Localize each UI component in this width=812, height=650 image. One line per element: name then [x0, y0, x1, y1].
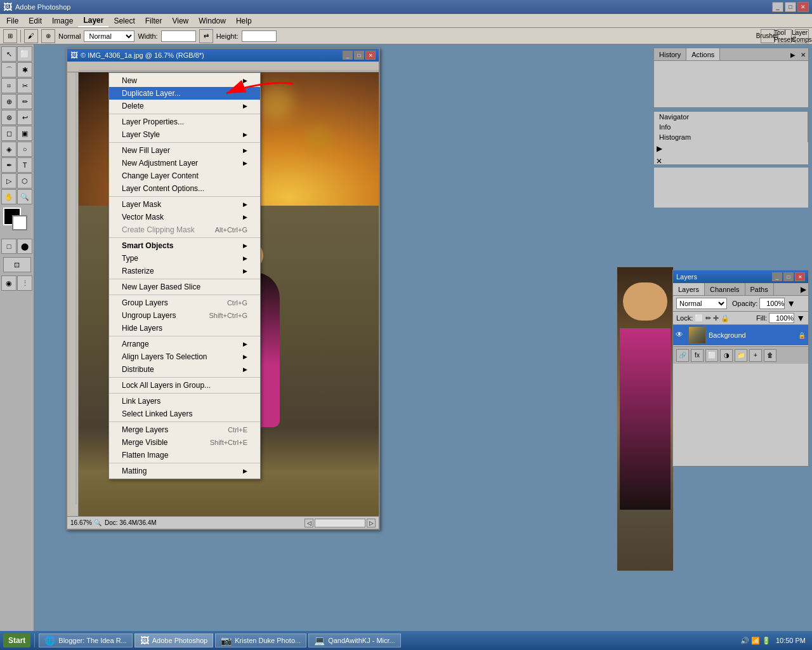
- opacity-input[interactable]: [759, 298, 785, 309]
- layer-visibility-eye[interactable]: 👁: [676, 330, 686, 340]
- background-color[interactable]: [12, 215, 27, 230]
- menu-layer-style[interactable]: Layer Style: [109, 128, 260, 141]
- menu-new-fill[interactable]: New Fill Layer: [109, 144, 260, 157]
- menu-help[interactable]: Help: [231, 14, 257, 27]
- tab-history[interactable]: History: [654, 48, 686, 60]
- menu-align-layers[interactable]: Align Layers To Selection: [109, 350, 260, 363]
- menu-ungroup-layers[interactable]: Ungroup Layers Shift+Ctrl+G: [109, 309, 260, 322]
- taskbar-photoshop[interactable]: 🖼 Adobe Photoshop: [134, 633, 213, 647]
- menu-rasterize[interactable]: Rasterize: [109, 265, 260, 277]
- layers-options-icon[interactable]: ▶: [798, 283, 808, 295]
- layers-minimize-btn[interactable]: _: [772, 272, 782, 281]
- eraser-tool[interactable]: ◻: [1, 126, 16, 141]
- layer-comps-btn[interactable]: Layer Comps: [795, 29, 809, 43]
- tool-presets-btn[interactable]: Tool Presets: [778, 29, 792, 43]
- gradient-tool[interactable]: ▣: [17, 126, 32, 141]
- extra-btn[interactable]: ⋮: [17, 275, 32, 291]
- menu-select[interactable]: Select: [108, 14, 140, 27]
- blur-tool[interactable]: ◈: [1, 142, 16, 157]
- navigator-options-btn[interactable]: ▶: [654, 142, 664, 155]
- menu-smart-objects[interactable]: Smart Objects: [109, 239, 260, 252]
- add-style-btn[interactable]: fx: [691, 349, 704, 362]
- photo-close-btn[interactable]: ✕: [365, 51, 376, 60]
- width-input[interactable]: [161, 30, 196, 42]
- marquee-tool[interactable]: ⬜: [17, 46, 32, 62]
- menu-layer[interactable]: Layer: [78, 14, 108, 27]
- layers-close-btn[interactable]: ✕: [795, 272, 805, 281]
- menu-flatten-image[interactable]: Flatten Image: [109, 449, 260, 461]
- menu-hide-layers[interactable]: Hide Layers: [109, 322, 260, 335]
- screen-mode-btn[interactable]: ⊡: [3, 257, 31, 272]
- blend-mode-select[interactable]: Normal: [676, 298, 727, 309]
- history-close-btn[interactable]: ✕: [798, 48, 808, 61]
- zoom-out-icon[interactable]: 🔍: [94, 519, 102, 526]
- dodge-tool[interactable]: ○: [17, 142, 32, 157]
- img-ready-btn[interactable]: ◉: [1, 275, 16, 291]
- link-layers-btn[interactable]: 🔗: [676, 349, 689, 362]
- crop-tool[interactable]: ⌗: [1, 78, 16, 93]
- tab-layers[interactable]: Layers: [673, 283, 705, 295]
- brushes-btn[interactable]: Brushes: [761, 29, 775, 43]
- tab-actions[interactable]: Actions: [686, 48, 720, 60]
- type-tool[interactable]: T: [17, 157, 32, 173]
- lock-position-btn[interactable]: ✛: [713, 314, 719, 322]
- menu-matting[interactable]: Matting: [109, 465, 260, 477]
- menu-lock-all[interactable]: Lock All Layers in Group...: [109, 379, 260, 392]
- menu-vector-mask[interactable]: Vector Mask: [109, 211, 260, 223]
- maximize-button[interactable]: □: [785, 2, 796, 12]
- clone-tool[interactable]: ⊗: [1, 110, 16, 125]
- menu-group-layers[interactable]: Group Layers Ctrl+G: [109, 296, 260, 309]
- tool-options-btn[interactable]: ⊞: [3, 29, 17, 43]
- close-button[interactable]: ✕: [797, 2, 809, 12]
- move-tool[interactable]: ↖: [1, 46, 16, 62]
- photo-maximize-btn[interactable]: □: [354, 51, 364, 60]
- pen-tool[interactable]: ✒: [1, 157, 16, 173]
- layer-background[interactable]: 👁 Background 🔒: [673, 325, 808, 346]
- healing-tool[interactable]: ⊕: [1, 94, 16, 109]
- fill-input[interactable]: [769, 313, 794, 323]
- taskbar-qandawith[interactable]: 💻 QandAwithKJ - Micr...: [308, 633, 401, 647]
- menu-filter[interactable]: Filter: [140, 14, 167, 27]
- add-group-btn[interactable]: 📁: [735, 349, 747, 362]
- menu-select-linked[interactable]: Select Linked Layers: [109, 408, 260, 420]
- menu-window[interactable]: Window: [193, 14, 231, 27]
- slice-tool[interactable]: ✂: [17, 78, 32, 93]
- menu-new-layer-slice[interactable]: New Layer Based Slice: [109, 281, 260, 293]
- menu-duplicate[interactable]: Duplicate Layer...: [109, 87, 260, 100]
- lock-image-btn[interactable]: ✏: [705, 314, 711, 322]
- menu-view[interactable]: View: [167, 14, 193, 27]
- delete-layer-btn[interactable]: 🗑: [764, 349, 776, 362]
- menu-type[interactable]: Type: [109, 252, 260, 265]
- taskbar-blogger[interactable]: 🌐 Blogger: The Idea R...: [39, 633, 132, 647]
- menu-new-adjustment[interactable]: New Adjustment Layer: [109, 157, 260, 169]
- add-layer-btn[interactable]: +: [749, 349, 762, 362]
- menu-layer-mask[interactable]: Layer Mask: [109, 198, 260, 211]
- start-button[interactable]: Start: [3, 633, 30, 647]
- add-adjustment-btn[interactable]: ◑: [720, 349, 733, 362]
- zoom-tool[interactable]: 🔍: [17, 189, 32, 204]
- tab-histogram[interactable]: Histogram: [654, 132, 808, 142]
- menu-merge-visible[interactable]: Merge Visible Shift+Ctrl+E: [109, 436, 260, 449]
- menu-link-layers[interactable]: Link Layers: [109, 395, 260, 408]
- swap-icon[interactable]: ⇄: [199, 29, 213, 43]
- tab-channels[interactable]: Channels: [705, 283, 745, 295]
- menu-edit[interactable]: Edit: [23, 14, 47, 27]
- mode-select[interactable]: Normal: [84, 30, 134, 42]
- tab-navigator[interactable]: Navigator: [654, 112, 808, 122]
- menu-layer-content-options[interactable]: Layer Content Options...: [109, 182, 260, 195]
- scroll-right-btn[interactable]: ▷: [367, 519, 376, 527]
- menu-file[interactable]: File: [1, 14, 23, 27]
- tab-info[interactable]: Info: [654, 122, 808, 132]
- fill-arrow[interactable]: ▼: [796, 313, 805, 323]
- history-brush-tool[interactable]: ↩: [17, 110, 32, 125]
- menu-layer-properties[interactable]: Layer Properties...: [109, 116, 260, 128]
- layers-maximize-btn[interactable]: □: [783, 272, 794, 281]
- brush-tool[interactable]: ✏: [17, 94, 32, 109]
- hand-tool[interactable]: ✋: [1, 189, 16, 204]
- menu-new[interactable]: New: [109, 74, 260, 87]
- scroll-left-btn[interactable]: ◁: [304, 519, 313, 527]
- quick-mask-off[interactable]: □: [1, 239, 16, 254]
- lasso-tool[interactable]: ⌒: [1, 62, 16, 77]
- menu-distribute[interactable]: Distribute: [109, 363, 260, 376]
- lock-transparent-btn[interactable]: ⬜: [695, 314, 704, 322]
